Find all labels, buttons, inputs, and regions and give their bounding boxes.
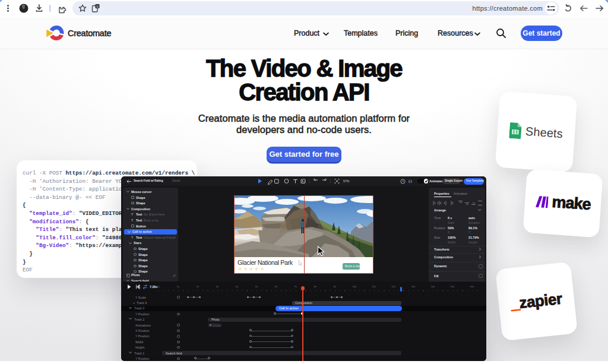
svg-text:0: 0 — [96, 5, 98, 8]
